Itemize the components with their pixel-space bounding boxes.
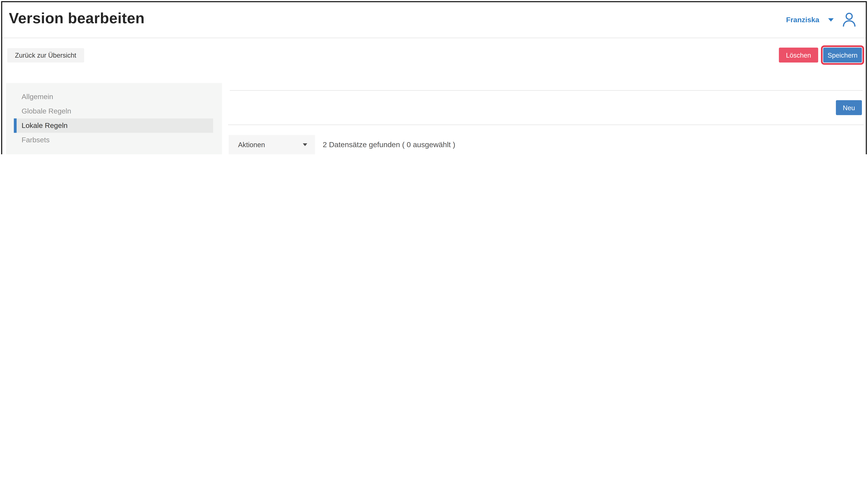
actions-dropdown-label: Aktionen [238,141,265,149]
sidebar-item-label: Farbsets [22,136,49,144]
chevron-down-icon [303,143,307,146]
sidebar-item-farbsets[interactable]: Farbsets [14,133,213,147]
panel-version-bearbeiten: Version bearbeiten Franziska Zurück zur … [1,1,867,154]
sidebar-item-label: Allgemein [22,93,53,101]
screenshot-stage: Version bearbeiten Franziska Zurück zur … [0,0,868,154]
new-button[interactable]: Neu [836,100,862,115]
active-indicator-bar [14,118,17,133]
divider [230,90,863,91]
user-icon[interactable] [843,12,856,27]
sidebar-item-globale-regeln[interactable]: Globale Regeln [14,104,213,118]
sidebar-item-label: Lokale Regeln [22,121,68,129]
sidebar-item-allgemein[interactable]: Allgemein [14,90,213,104]
settings-sidebar: Allgemein Globale Regeln Lokale Regeln F… [6,83,222,154]
user-menu[interactable]: Franziska [786,12,856,27]
result-summary: 2 Datensätze gefunden ( 0 ausgewählt ) [323,141,455,149]
delete-button[interactable]: Löschen [779,48,818,63]
chevron-down-icon[interactable] [828,18,834,21]
sidebar-item-lokale-regeln[interactable]: Lokale Regeln [14,118,213,133]
user-name[interactable]: Franziska [786,16,819,24]
divider [2,38,866,38]
divider [228,124,864,125]
sidebar-item-label: Globale Regeln [22,107,71,115]
back-to-overview-button[interactable]: Zurück zur Übersicht [7,48,84,63]
page-title: Version bearbeiten [9,10,145,27]
save-button[interactable]: Speichern [823,48,862,63]
actions-dropdown[interactable]: Aktionen [228,135,315,154]
